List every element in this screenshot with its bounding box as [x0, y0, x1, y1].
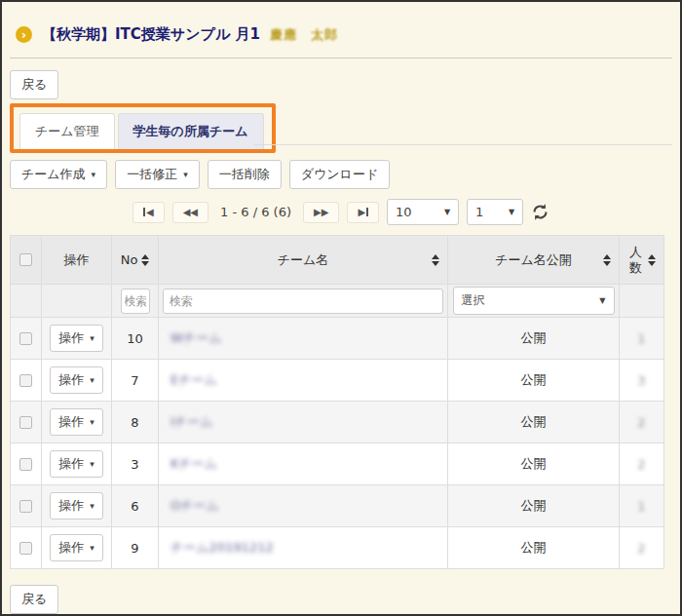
page: { "header": { "title": "【秋学期】ITC授業サンプル 月… [0, 0, 682, 616]
row-cell-checkbox [11, 527, 42, 569]
publish-filter-select[interactable]: 選択 ▼ [453, 287, 615, 315]
back-button-top[interactable]: 戻る [10, 70, 58, 99]
tab-bar: チーム管理 学生毎の所属チーム [10, 101, 672, 152]
filter-cell-name [159, 285, 448, 318]
row-cell-count: 3 [620, 360, 664, 402]
refresh-icon [531, 203, 549, 221]
header-cell-name: チーム名 [159, 236, 448, 285]
create-team-button[interactable]: チーム作成 ▾ [10, 160, 107, 189]
publish-status: 公開 [521, 540, 547, 555]
caret-down-icon: ▾ [90, 418, 95, 427]
next-page-button[interactable]: ▶▶ [303, 202, 339, 223]
bulk-edit-button[interactable]: 一括修正 ▾ [115, 160, 200, 189]
publish-status: 公開 [521, 498, 547, 513]
row-action-label: 操作 [58, 539, 84, 557]
page-range-text: 1 - 6 / 6 (6) [220, 205, 291, 219]
row-action-button[interactable]: 操作 ▾ [50, 450, 103, 478]
chevron-down-icon: ▼ [599, 296, 605, 305]
row-cell-no: 8 [112, 402, 159, 443]
team-name-link[interactable]: チーム20191212 [170, 540, 274, 555]
sort-icon[interactable] [603, 254, 611, 266]
back-button-bottom[interactable]: 戻る [10, 585, 58, 614]
pagination: ◀ ◀◀ 1 - 6 / 6 (6) ▶▶ ▶ 10 ▼ 1 ▼ [10, 199, 672, 225]
select-all-checkbox[interactable] [19, 253, 32, 266]
team-name-link[interactable]: Oチーム [170, 498, 219, 513]
member-count: 2 [637, 457, 645, 472]
first-page-button[interactable]: ◀ [133, 202, 165, 223]
row-checkbox[interactable] [19, 416, 32, 429]
row-cell-no: 10 [112, 318, 159, 360]
row-cell-name: Iチーム [159, 402, 448, 443]
row-cell-checkbox [11, 360, 42, 402]
row-action-button[interactable]: 操作 ▾ [50, 408, 103, 436]
page-header: › 【秋学期】ITC授業サンプル 月1 慶應 太郎 [10, 2, 672, 58]
refresh-button[interactable] [531, 203, 549, 221]
row-cell-name: Kチーム [159, 443, 448, 485]
team-name-link[interactable]: Eチーム [170, 372, 217, 387]
header-row: 操作 No チーム名 チーム名公開 [11, 236, 664, 285]
name-filter-input[interactable] [163, 289, 443, 314]
row-cell-name: Oチーム [159, 485, 448, 527]
team-name-link[interactable]: Wチーム [170, 330, 221, 345]
row-checkbox[interactable] [19, 332, 32, 345]
row-cell-publish: 公開 [448, 402, 620, 443]
row-cell-count: 1 [620, 485, 664, 527]
member-count: 3 [637, 373, 645, 388]
publish-filter-value: 選択 [462, 292, 485, 309]
publish-header-label: チーム名公開 [495, 251, 572, 269]
member-count: 2 [637, 415, 645, 430]
row-cell-publish: 公開 [448, 360, 620, 402]
download-button[interactable]: ダウンロード [289, 160, 391, 189]
publish-status: 公開 [521, 330, 547, 345]
page-size-select[interactable]: 10 ▼ [387, 199, 459, 225]
header-cell-count: 人数 [620, 236, 664, 285]
bulk-delete-button[interactable]: 一括削除 [208, 160, 282, 189]
tab-team-management[interactable]: チーム管理 [19, 113, 115, 149]
row-cell-publish: 公開 [448, 318, 620, 360]
row-cell-no: 9 [112, 527, 159, 569]
table-header: 操作 No チーム名 チーム名公開 [11, 236, 664, 318]
tab-student-teams[interactable]: 学生毎の所属チーム [118, 113, 264, 149]
team-no: 7 [131, 373, 138, 388]
header-divider [10, 58, 672, 58]
prev-page-button[interactable]: ◀◀ [172, 202, 208, 223]
row-action-button[interactable]: 操作 ▾ [50, 325, 103, 352]
row-cell-no: 3 [112, 443, 159, 485]
chevron-down-icon: ▼ [509, 208, 514, 216]
caret-down-icon: ▾ [90, 334, 95, 343]
filter-cell-checkbox [11, 285, 42, 318]
sort-icon[interactable] [141, 254, 149, 266]
last-page-button[interactable]: ▶ [347, 202, 379, 223]
row-checkbox[interactable] [19, 374, 32, 387]
team-no: 10 [127, 331, 143, 346]
page-number-select[interactable]: 1 ▼ [467, 199, 523, 225]
row-checkbox[interactable] [19, 542, 32, 555]
row-cell-count: 2 [620, 527, 664, 569]
row-cell-name: Wチーム [159, 318, 448, 360]
row-action-button[interactable]: 操作 ▾ [50, 534, 103, 561]
row-cell-no: 7 [112, 360, 159, 402]
row-cell-action: 操作 ▾ [42, 318, 112, 360]
table-row: 操作 ▾ 6 Oチーム 公開 1 [11, 485, 664, 527]
row-checkbox[interactable] [19, 500, 32, 513]
sort-icon[interactable] [432, 254, 439, 266]
row-cell-action: 操作 ▾ [42, 527, 112, 569]
team-no: 3 [131, 457, 138, 472]
row-action-button[interactable]: 操作 ▾ [50, 492, 103, 520]
filter-cell-publish: 選択 ▼ [448, 285, 620, 318]
row-cell-checkbox [11, 318, 42, 360]
team-name-link[interactable]: Iチーム [170, 414, 212, 429]
page-number-value: 1 [475, 205, 483, 219]
no-filter-input[interactable] [121, 289, 150, 314]
row-cell-no: 6 [112, 485, 159, 527]
caret-down-icon: ▾ [183, 171, 188, 179]
header-cell-publish: チーム名公開 [448, 236, 620, 285]
team-table: 操作 No チーム名 チーム名公開 [10, 235, 664, 569]
row-action-button[interactable]: 操作 ▾ [50, 366, 103, 394]
create-team-label: チーム作成 [21, 166, 86, 183]
table-row: 操作 ▾ 8 Iチーム 公開 2 [11, 402, 664, 443]
row-cell-publish: 公開 [448, 485, 620, 527]
sort-icon[interactable] [648, 254, 656, 266]
team-name-link[interactable]: Kチーム [170, 456, 217, 471]
row-checkbox[interactable] [19, 458, 32, 471]
